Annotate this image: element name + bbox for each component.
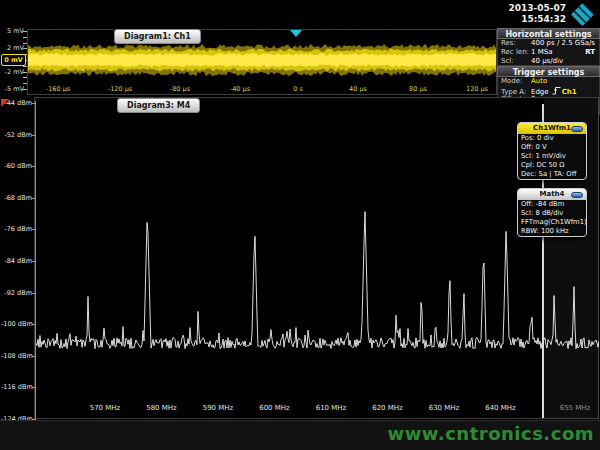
math4-spectrum-trace[interactable]: [36, 103, 599, 419]
math4-panel-row: Off: -84 dBm: [518, 200, 586, 209]
frequency-axis-label: 620 MHz: [366, 404, 410, 412]
ch1wfm1-panel: Ch1Wfm1 Pos: 0 divOff: 0 VScl: 1 mV/divC…: [517, 122, 587, 180]
ch1wfm1-toggle[interactable]: [571, 126, 583, 132]
power-axis-tick: [32, 261, 36, 262]
power-axis-tick: [32, 324, 36, 325]
power-axis-tick: [32, 135, 36, 136]
power-axis-label: -108 dBm: [1, 352, 33, 360]
settings-row: Type A:EdgeCh1: [498, 86, 599, 95]
settings-row: Res:400 ps / 2.5 GSa/s: [498, 39, 599, 48]
settings-row-label: Mode:: [501, 77, 531, 86]
math4-panel-body: Off: -84 dBmScl: 8 dB/divFFTmag(Ch1Wfm1)…: [518, 200, 586, 236]
tab-diagram1[interactable]: Diagram1: Ch1: [114, 29, 201, 44]
math4-panel-row: RBW: 100 kHz: [518, 227, 586, 236]
frequency-axis-label: 570 MHz: [83, 404, 127, 412]
ch1wfm1-panel-body: Pos: 0 divOff: 0 VScl: 1 mV/divCpl: DC 5…: [518, 134, 586, 179]
math4-panel-row: Scl: 8 dB/div: [518, 209, 586, 218]
voltage-axis-tick: [23, 89, 27, 90]
rohde-schwarz-logo: [571, 3, 594, 26]
voltage-axis-tick: [23, 77, 27, 78]
settings-row-value: 40 µs/div: [531, 57, 563, 65]
frequency-axis-label: 610 MHz: [309, 404, 353, 412]
fft-spectrum-line: [36, 212, 599, 349]
power-axis-label: -76 dBm: [1, 225, 33, 233]
voltage-axis-label: 5 mV: [1, 27, 24, 35]
ch1wfm1-panel-row: Pos: 0 div: [518, 134, 586, 143]
ch1-waveform-trace[interactable]: [28, 30, 496, 82]
ch1wfm1-panel-title: Ch1Wfm1: [533, 124, 571, 132]
voltage-axis-tick: [23, 66, 27, 67]
ch1wfm1-panel-row: Cpl: DC 50 Ω: [518, 161, 586, 170]
power-axis-label: -60 dBm: [1, 162, 33, 170]
math4-toggle[interactable]: [571, 192, 583, 198]
voltage-axis-tick: [23, 83, 27, 84]
ch1wfm1-panel-row: Off: 0 V: [518, 143, 586, 152]
time-axis-label: -80 µs: [160, 85, 200, 93]
ch1wfm1-panel-header[interactable]: Ch1Wfm1: [518, 123, 586, 134]
voltage-axis-tick: [23, 43, 27, 44]
time-axis-label: 40 µs: [338, 85, 378, 93]
settings-row-value: 1 MSa: [531, 48, 552, 56]
settings-row-label: Rec len:: [501, 48, 531, 57]
frequency-axis-label: 590 MHz: [196, 404, 240, 412]
voltage-axis-tick: [23, 48, 27, 49]
time-axis-label: -40 µs: [220, 85, 260, 93]
tab-diagram3[interactable]: Diagram3: M4: [117, 98, 200, 113]
power-axis-label: -100 dBm: [1, 320, 33, 328]
voltage-axis-tick: [23, 37, 27, 38]
frequency-axis-label: 640 MHz: [479, 404, 523, 412]
time-axis-label: -160 µs: [38, 85, 78, 93]
power-axis-tick: [32, 387, 36, 388]
time-axis-label: 0 s: [278, 85, 318, 93]
power-axis-tick: [32, 293, 36, 294]
voltage-axis-tick: [23, 31, 27, 32]
math4-panel-header[interactable]: Math4: [518, 189, 586, 200]
power-axis-tick: [32, 229, 36, 230]
power-axis-tick: [32, 356, 36, 357]
date-label: 2013-05-07: [508, 3, 566, 14]
power-axis-label: -52 dBm: [1, 131, 33, 139]
frequency-axis-label: 630 MHz: [422, 404, 466, 412]
power-axis-label: -116 dBm: [1, 383, 33, 391]
settings-row: Mode:Auto: [498, 77, 599, 86]
math4-panel: Math4 Off: -84 dBmScl: 8 dB/divFFTmag(Ch…: [517, 188, 587, 237]
settings-row-label: Res:: [501, 39, 531, 48]
power-axis-tick: [32, 103, 36, 104]
math4-panel-title: Math4: [540, 190, 565, 198]
voltage-axis-tick: [23, 72, 27, 73]
settings-row-label: Scl:: [501, 57, 531, 66]
trigger-position-marker-icon[interactable]: [290, 30, 302, 37]
horizontal-settings-body: Res:400 ps / 2.5 GSa/sRec len:1 MSaRTScl…: [497, 39, 600, 66]
ch1-offset-marker[interactable]: 0 mV: [1, 54, 26, 66]
math4-panel-row: FFTmag(Ch1Wfm1): [518, 218, 586, 227]
ch1wfm1-panel-row: Dec: Sa | TA: Off: [518, 170, 586, 179]
frequency-axis-label: 580 MHz: [140, 404, 184, 412]
voltage-axis-label: -2 mV: [1, 68, 24, 76]
power-axis-tick: [32, 166, 36, 167]
power-axis-label: -68 dBm: [1, 194, 33, 202]
settings-row: Scl:40 µs/div: [498, 57, 599, 66]
time-axis-label: 120 µs: [457, 85, 497, 93]
settings-row-value: Auto: [531, 77, 547, 85]
settings-row: Rec len:1 MSaRT: [498, 48, 599, 57]
watermark-text: www.cntronics.com: [388, 423, 594, 444]
right-edge-frequency-label: 655 MHz: [554, 404, 596, 412]
datetime-stamp: 2013-05-07 15:54:32: [508, 3, 566, 25]
time-axis-label: -120 µs: [100, 85, 140, 93]
horizontal-settings-header[interactable]: Horizontal settings: [497, 28, 600, 39]
time-axis-label: 80 µs: [398, 85, 438, 93]
power-axis-label: -92 dBm: [1, 289, 33, 297]
ch1-noise-band: [28, 53, 496, 67]
realtime-badge: RT: [585, 48, 595, 57]
oscilloscope-screen: 2013-05-07 15:54:32 -160 µs-120 µs-80 µs…: [0, 0, 600, 450]
voltage-axis-label: -5 mV: [1, 85, 24, 93]
settings-row-value: 400 ps / 2.5 GSa/s: [531, 39, 595, 47]
time-label: 15:54:32: [508, 14, 566, 25]
ch1wfm1-panel-row: Scl: 1 mV/div: [518, 152, 586, 161]
frequency-axis-label: 600 MHz: [253, 404, 297, 412]
edge-rising-icon: [552, 86, 561, 95]
voltage-axis-label: 2 mV: [1, 44, 24, 52]
trigger-settings-header[interactable]: Trigger settings: [497, 66, 600, 77]
overload-indicator-icon: [1, 99, 9, 107]
power-axis-tick: [32, 198, 36, 199]
